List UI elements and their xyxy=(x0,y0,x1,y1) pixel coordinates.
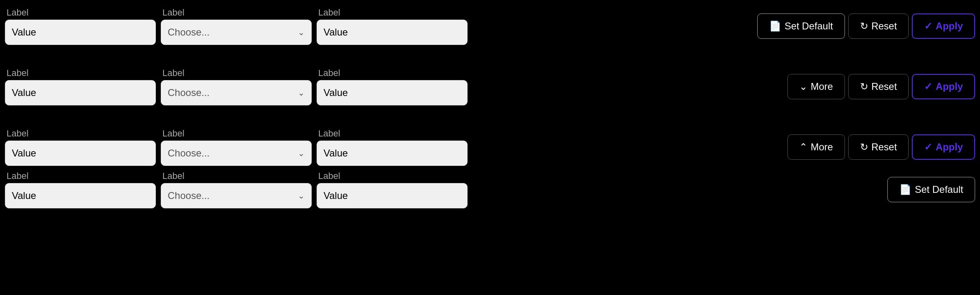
filter-row-1: Label Value Label Choose... ⌄ Label Valu… xyxy=(0,4,980,48)
chevron-down-icon: ⌄ xyxy=(298,191,305,201)
btn-group-3: ⌃ More ↻ Reset ✓ Apply xyxy=(784,134,975,160)
select-input-2-2[interactable]: Choose... ⌄ xyxy=(161,80,312,105)
set-default-button[interactable]: 📄 Set Default xyxy=(757,13,845,39)
field-group-2-3: Label Value xyxy=(317,68,468,105)
separator-1 xyxy=(0,48,980,65)
field-group-1-2: Label Choose... ⌄ xyxy=(161,7,312,45)
reset-icon: ↻ xyxy=(860,141,868,153)
set-default-button-extra[interactable]: 📄 Set Default xyxy=(887,177,975,202)
apply-button[interactable]: ✓ Apply xyxy=(912,134,975,160)
apply-button[interactable]: ✓ Apply xyxy=(912,13,975,39)
file-icon: 📄 xyxy=(899,184,911,195)
btn-group-extra: 📄 Set Default xyxy=(884,177,975,202)
check-icon: ✓ xyxy=(924,20,932,32)
apply-label: Apply xyxy=(936,20,963,32)
more-label: More xyxy=(811,81,833,92)
separator-2 xyxy=(0,109,980,125)
field-label: Label xyxy=(317,7,468,18)
set-default-label: Set Default xyxy=(785,20,833,32)
select-input-extra-2[interactable]: Choose... ⌄ xyxy=(161,183,312,208)
field-group-extra-2: Label Choose... ⌄ xyxy=(161,171,312,208)
select-input-3-2[interactable]: Choose... ⌄ xyxy=(161,141,312,166)
reset-button[interactable]: ↻ Reset xyxy=(848,134,909,160)
text-input-1-1[interactable]: Value xyxy=(5,20,156,45)
chevron-down-icon: ⌄ xyxy=(298,88,305,98)
btn-group-2: ⌄ More ↻ Reset ✓ Apply xyxy=(784,74,975,99)
check-icon: ✓ xyxy=(924,141,932,153)
field-group-2-1: Label Value xyxy=(5,68,156,105)
file-icon: 📄 xyxy=(769,20,781,32)
text-input-3-3[interactable]: Value xyxy=(317,141,468,166)
apply-label: Apply xyxy=(936,81,963,92)
text-input-1-3[interactable]: Value xyxy=(317,20,468,45)
field-label: Label xyxy=(317,171,468,181)
chevron-down-icon: ⌄ xyxy=(799,81,807,92)
field-label: Label xyxy=(317,128,468,139)
field-label: Label xyxy=(161,7,312,18)
field-label: Label xyxy=(317,68,468,78)
field-label: Label xyxy=(161,68,312,78)
field-group-1-1: Label Value xyxy=(5,7,156,45)
filter-row-2: Label Value Label Choose... ⌄ Label Valu… xyxy=(0,65,980,109)
apply-label: Apply xyxy=(936,141,963,153)
field-label: Label xyxy=(5,7,156,18)
chevron-down-icon: ⌄ xyxy=(298,27,305,37)
field-label: Label xyxy=(161,128,312,139)
reset-label: Reset xyxy=(871,141,897,153)
text-input-2-3[interactable]: Value xyxy=(317,80,468,105)
chevron-down-icon: ⌄ xyxy=(298,148,305,158)
reset-label: Reset xyxy=(871,20,897,32)
field-group-extra-1: Label Value xyxy=(5,171,156,208)
text-input-extra-1[interactable]: Value xyxy=(5,183,156,208)
set-default-label: Set Default xyxy=(915,184,963,195)
field-label: Label xyxy=(5,68,156,78)
reset-button[interactable]: ↻ Reset xyxy=(848,13,909,39)
field-group-3-3: Label Value xyxy=(317,128,468,166)
more-button-expanded[interactable]: ⌃ More xyxy=(787,134,845,160)
reset-icon: ↻ xyxy=(860,81,868,92)
text-input-2-1[interactable]: Value xyxy=(5,80,156,105)
field-label: Label xyxy=(161,171,312,181)
field-group-3-1: Label Value xyxy=(5,128,156,166)
more-button[interactable]: ⌄ More xyxy=(787,74,845,99)
field-label: Label xyxy=(5,128,156,139)
reset-label: Reset xyxy=(871,81,897,92)
field-group-extra-3: Label Value xyxy=(317,171,468,208)
reset-button[interactable]: ↻ Reset xyxy=(848,74,909,99)
filter-row-3: Label Value Label Choose... ⌄ Label Valu… xyxy=(0,125,980,169)
text-input-3-1[interactable]: Value xyxy=(5,141,156,166)
btn-group-1: 📄 Set Default ↻ Reset ✓ Apply xyxy=(754,13,975,39)
field-group-3-2: Label Choose... ⌄ xyxy=(161,128,312,166)
select-input-1-2[interactable]: Choose... ⌄ xyxy=(161,20,312,45)
apply-button[interactable]: ✓ Apply xyxy=(912,74,975,99)
text-input-extra-3[interactable]: Value xyxy=(317,183,468,208)
chevron-up-icon: ⌃ xyxy=(799,141,807,153)
check-icon: ✓ xyxy=(924,81,932,92)
field-group-2-2: Label Choose... ⌄ xyxy=(161,68,312,105)
filter-container: Label Value Label Choose... ⌄ Label Valu… xyxy=(0,0,980,216)
field-label: Label xyxy=(5,171,156,181)
more-label: More xyxy=(811,141,833,153)
field-group-1-3: Label Value xyxy=(317,7,468,45)
reset-icon: ↻ xyxy=(860,20,868,32)
filter-row-3-extra: Label Value Label Choose... ⌄ Label Valu… xyxy=(0,169,980,212)
